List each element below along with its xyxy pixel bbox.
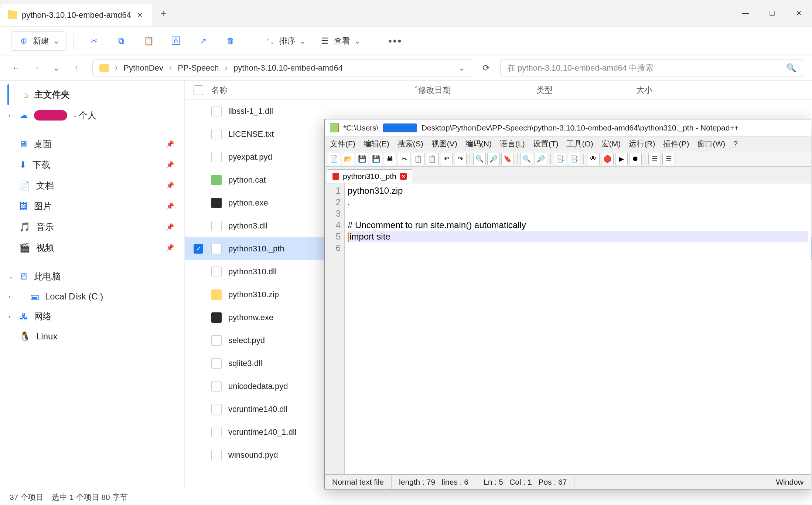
editor-body[interactable]: python310.zip.# Uncomment to run site.ma… [345,183,811,474]
recent-button[interactable]: ⌄ [49,61,64,75]
sidebar-local-disk[interactable]: › 🖴 Local Disk (C:) [4,287,180,306]
cut-button[interactable]: ✂ [80,32,108,50]
column-header-size[interactable]: 大小 [636,85,710,96]
toolbar-button[interactable]: 💾 [370,153,382,165]
breadcrumb-segment[interactable]: PythonDev [123,63,163,73]
pin-icon[interactable]: 📌 [166,244,174,252]
toolbar-button[interactable]: 🔎 [487,153,500,165]
toolbar-button[interactable]: 📄 [328,153,340,165]
view-button[interactable]: ☰ 查看 ⌄ [313,32,367,50]
npp-document-tab[interactable]: python310._pth ✕ [327,169,412,183]
paste-button[interactable]: 📋 [135,32,162,50]
sidebar-quick-desktop[interactable]: 🖥桌面📌 [4,134,180,155]
pin-icon[interactable]: 📌 [166,202,174,210]
chevron-right-icon[interactable]: › [8,293,10,301]
back-button[interactable]: ← [9,61,24,75]
toolbar-button[interactable]: 🔖 [501,153,514,165]
menu-item[interactable]: 插件(P) [663,139,689,149]
pin-icon[interactable]: 📌 [166,161,174,169]
row-checkbox[interactable] [194,221,203,231]
rename-button[interactable]: 🄰 [162,32,190,50]
delete-button[interactable]: 🗑 [217,32,244,50]
column-header-type[interactable]: 类型 [536,85,636,96]
row-checkbox[interactable] [194,450,203,460]
sidebar-quick-picture[interactable]: 🖼图片📌 [4,196,180,217]
row-checkbox[interactable]: ✓ [194,244,203,254]
menu-item[interactable]: 工具(O) [566,139,593,149]
row-checkbox[interactable] [194,382,203,391]
menu-item[interactable]: 搜索(S) [398,139,423,149]
toolbar-button[interactable]: 🔴 [601,153,614,165]
share-button[interactable]: ↗ [190,32,217,50]
minimize-button[interactable]: — [732,0,759,26]
toolbar-button[interactable]: 🖶 [384,153,396,165]
breadcrumb[interactable]: › PythonDev › PP-Speech › python-3.10.10… [92,59,472,77]
menu-item[interactable]: 窗口(W) [697,139,725,149]
toolbar-button[interactable]: 🔍 [473,153,486,165]
explorer-tab[interactable]: python-3.10.10-embed-amd64 ✕ [0,4,153,26]
editor-line[interactable]: import site [348,231,808,242]
menu-item[interactable]: 编码(N) [465,139,492,149]
new-tab-button[interactable]: ＋ [153,0,174,26]
toolbar-button[interactable]: ↶ [440,153,453,165]
column-header-name[interactable]: 名称˄ [211,85,418,96]
row-checkbox[interactable] [194,290,203,299]
up-button[interactable]: ↑ [69,61,83,75]
menu-item[interactable]: 文件(F) [330,139,355,149]
sidebar-linux[interactable]: 🐧 Linux [4,327,180,346]
menu-item[interactable]: 语言(L) [500,139,525,149]
row-checkbox[interactable] [194,129,203,139]
toolbar-button[interactable]: 📋 [426,153,439,165]
close-button[interactable]: ✕ [785,0,812,26]
toolbar-button[interactable]: 👁 [587,153,600,165]
breadcrumb-segment[interactable]: PP-Speech [178,63,219,73]
editor-line[interactable]: . [348,196,808,208]
toolbar-button[interactable]: 📑 [568,153,580,165]
row-checkbox[interactable] [194,267,203,277]
menu-item[interactable]: 编辑(E) [364,139,389,149]
editor-line[interactable]: python310.zip [348,185,808,196]
chevron-right-icon[interactable]: › [8,313,10,321]
forward-button[interactable]: → [29,61,44,75]
editor-line[interactable] [348,242,808,254]
close-tab-icon[interactable]: ✕ [400,173,407,180]
sidebar-quick-download[interactable]: ⬇下载📌 [4,155,180,175]
menu-item[interactable]: 运行(R) [629,139,655,149]
editor-line[interactable] [348,208,808,219]
toolbar-button[interactable]: ☰ [662,153,675,165]
toolbar-button[interactable]: 📋 [412,153,424,165]
sidebar-quick-music[interactable]: 🎵音乐📌 [4,217,180,237]
row-checkbox[interactable] [194,427,203,437]
menu-item[interactable]: ? [733,139,738,148]
row-checkbox[interactable] [194,313,203,322]
close-tab-icon[interactable]: ✕ [136,11,144,20]
chevron-down-icon[interactable]: ⌄ [458,63,465,73]
npp-titlebar[interactable]: *C:\Users\Desktop\PythonDev\PP-Speech\py… [325,119,811,136]
more-button[interactable]: ••• [381,35,410,47]
toolbar-button[interactable]: ▶ [615,153,628,165]
row-checkbox[interactable] [194,404,203,414]
toolbar-button[interactable]: 📑 [554,153,566,165]
sidebar-thispc[interactable]: ⌄ 🖥 此电脑 [4,266,180,287]
sidebar-onedrive[interactable]: › ☁ - 个人 [4,105,180,126]
breadcrumb-segment[interactable]: python-3.10.10-embed-amd64 [233,63,343,73]
pin-icon[interactable]: 📌 [166,140,174,148]
column-header-date[interactable]: 修改日期 [418,85,536,96]
row-checkbox[interactable] [194,198,203,208]
sidebar-quick-video[interactable]: 🎬视频📌 [4,237,180,258]
npp-editor[interactable]: 123456 python310.zip.# Uncomment to run … [325,183,811,474]
sidebar-home[interactable]: ⌂ 主文件夹 [4,84,180,105]
copy-button[interactable]: ⧉ [108,32,135,50]
toolbar-button[interactable]: 🔍 [521,153,533,165]
menu-item[interactable]: 视图(V) [431,139,457,149]
toolbar-button[interactable]: 🔎 [535,153,547,165]
sidebar-network[interactable]: › 🖧 网络 [4,306,180,327]
menu-item[interactable]: 设置(T) [533,139,559,149]
chevron-down-icon[interactable]: ⌄ [8,272,14,281]
search-input[interactable]: 在 python-3.10.10-embed-amd64 中搜索 🔍 [500,59,803,77]
row-checkbox[interactable] [194,336,203,345]
toolbar-button[interactable]: 💾 [356,153,368,165]
maximize-button[interactable]: ☐ [759,0,785,26]
chevron-right-icon[interactable]: › [8,112,10,119]
row-checkbox[interactable] [194,152,203,162]
